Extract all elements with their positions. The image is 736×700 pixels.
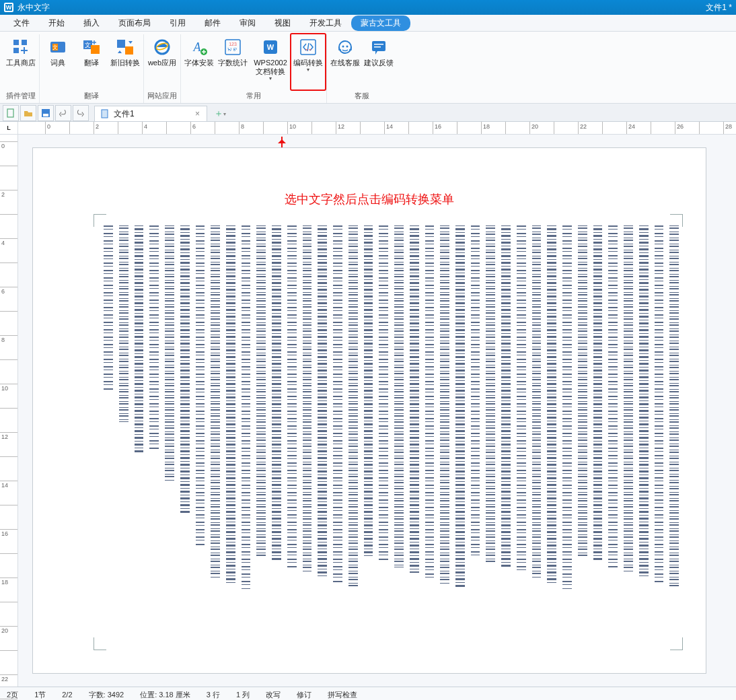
qat-new-button[interactable] <box>3 105 19 121</box>
qat-redo-button[interactable] <box>73 105 89 121</box>
tool-store-label: 工具商店 <box>6 59 36 67</box>
svg-text:ᠠᠪ: ᠠᠪ <box>227 47 239 53</box>
dict-label: 词典 <box>50 59 65 67</box>
wps-convert-label: WPS2002 文档转换 <box>254 59 287 76</box>
status-line[interactable]: 3 行 <box>207 690 220 700</box>
status-spell[interactable]: 拼写检查 <box>328 690 357 700</box>
menu-mongolian-tools[interactable]: 蒙古文工具 <box>351 15 410 31</box>
tool-store-button[interactable]: 工具商店 <box>4 34 38 90</box>
document-tab[interactable]: 文件1 × <box>94 106 207 121</box>
web-app-label: web应用 <box>148 59 176 67</box>
svg-rect-10 <box>125 46 133 55</box>
ruler-vertical[interactable]: 0246810121416182022242628303234 <box>0 135 18 687</box>
svg-rect-0 <box>13 40 19 45</box>
menu-view[interactable]: 视图 <box>265 15 300 31</box>
document-tab-label: 文件1 <box>114 108 135 120</box>
close-icon[interactable]: × <box>194 109 201 118</box>
ribbon-group-common-title: 常用 <box>182 90 325 103</box>
svg-text:文: 文 <box>52 44 58 50</box>
wps-icon: W <box>260 37 281 57</box>
font-install-icon: A <box>189 37 209 57</box>
svg-text:W: W <box>267 43 274 51</box>
ribbon-group-service-title: 客服 <box>328 90 396 103</box>
ribbon-group-common: A 字体安装 123ᠠᠪ 字数统计 W WPS2002 文档转换 ▾ 编码转换 … <box>181 34 327 103</box>
qat-undo-button[interactable] <box>55 105 71 121</box>
page-view[interactable]: 选中文字然后点击编码转换菜单 <box>18 135 736 687</box>
document-page: 选中文字然后点击编码转换菜单 <box>33 148 706 673</box>
headset-icon <box>335 37 355 57</box>
legacy-convert-button[interactable]: 新旧转换 <box>108 34 142 90</box>
svg-rect-29 <box>43 114 48 116</box>
title-bar: W 永中文字 文件1 * <box>0 0 736 15</box>
status-bar: 2页 1节 2/2 字数: 3492 位置: 3.18 厘米 3 行 1 列 改… <box>0 687 736 700</box>
wps-convert-button[interactable]: W WPS2002 文档转换 ▾ <box>250 34 291 90</box>
menu-file[interactable]: 文件 <box>4 15 39 31</box>
ie-icon <box>152 37 172 57</box>
qat-open-button[interactable] <box>20 105 36 121</box>
status-revision[interactable]: 修订 <box>297 690 311 700</box>
document-tabs: 文件1 × ＋▾ <box>0 104 736 122</box>
status-overwrite[interactable]: 改写 <box>266 690 281 700</box>
ribbon-group-plugin-title: 插件管理 <box>4 90 38 103</box>
menu-dev[interactable]: 开发工具 <box>300 15 351 31</box>
annotation-text: 选中文字然后点击编码转换菜单 <box>285 191 454 207</box>
svg-rect-2 <box>13 48 19 53</box>
ribbon-group-service: 在线客服 建议反馈 客服 <box>327 34 397 103</box>
ruler-corner: L <box>0 122 18 134</box>
chevron-down-icon: ▾ <box>269 75 272 81</box>
qat-save-button[interactable] <box>38 105 54 121</box>
menu-review[interactable]: 审阅 <box>230 15 265 31</box>
dict-button[interactable]: 文 词典 <box>41 34 75 90</box>
menu-mail[interactable]: 邮件 <box>195 15 230 31</box>
svg-rect-7 <box>91 45 100 54</box>
grid-plus-icon <box>11 37 31 57</box>
svg-rect-30 <box>102 110 108 118</box>
word-count-label: 字数统计 <box>218 59 248 67</box>
svg-point-22 <box>342 46 344 48</box>
status-column[interactable]: 1 列 <box>236 690 250 700</box>
svg-text:文: 文 <box>85 42 91 48</box>
menu-references[interactable]: 引用 <box>160 15 195 31</box>
encode-convert-button[interactable]: 编码转换 ▾ <box>291 34 325 90</box>
font-install-label: 字体安装 <box>184 59 214 67</box>
translate-label: 翻译 <box>84 59 99 67</box>
online-cs-button[interactable]: 在线客服 <box>328 34 362 90</box>
svg-rect-24 <box>372 41 385 51</box>
swap-icon <box>115 37 135 57</box>
feedback-button[interactable]: 建议反馈 <box>362 34 396 90</box>
ribbon-group-web: web应用 网站应用 <box>144 34 181 103</box>
ribbon-group-translate: 文 词典 文 翻译 新旧转换 翻译 <box>40 34 144 103</box>
new-tab-button[interactable]: ＋▾ <box>211 106 229 121</box>
svg-rect-1 <box>22 40 27 45</box>
doc-icon <box>100 109 110 118</box>
menu-page-layout[interactable]: 页面布局 <box>109 15 160 31</box>
svg-rect-27 <box>7 109 13 117</box>
ruler-horizontal[interactable]: L <box>0 122 736 135</box>
legacy-convert-label: 新旧转换 <box>110 59 140 67</box>
status-section[interactable]: 1节 <box>34 690 46 700</box>
status-page-of[interactable]: 2/2 <box>62 691 72 699</box>
svg-rect-25 <box>374 44 383 45</box>
web-app-button[interactable]: web应用 <box>145 34 179 90</box>
word-count-button[interactable]: 123ᠠᠪ 字数统计 <box>216 34 250 90</box>
ribbon-group-web-title: 网站应用 <box>145 90 179 103</box>
ribbon: 工具商店 插件管理 文 词典 文 翻译 新旧转换 翻译 web应 <box>0 32 736 104</box>
font-install-button[interactable]: A 字体安装 <box>182 34 216 90</box>
svg-point-23 <box>346 46 348 48</box>
translate-icon: 文 <box>81 37 102 57</box>
status-wordcount[interactable]: 字数: 3492 <box>89 690 124 700</box>
status-position[interactable]: 位置: 3.18 厘米 <box>140 690 190 700</box>
menu-insert[interactable]: 插入 <box>74 15 109 31</box>
online-cs-label: 在线客服 <box>330 59 360 67</box>
feedback-label: 建议反馈 <box>364 59 394 67</box>
doc-name: 文件1 * <box>706 2 732 13</box>
svg-rect-9 <box>117 40 125 48</box>
menu-home[interactable]: 开始 <box>39 15 74 31</box>
menu-bar: 文件 开始 插入 页面布局 引用 邮件 审阅 视图 开发工具 蒙古文工具 <box>0 15 736 32</box>
code-convert-icon <box>298 37 318 57</box>
chevron-down-icon: ▾ <box>307 67 309 73</box>
translate-button[interactable]: 文 翻译 <box>75 34 108 90</box>
ribbon-group-plugin: 工具商店 插件管理 <box>3 34 40 103</box>
mongolian-text-body[interactable] <box>104 225 679 646</box>
svg-text:A: A <box>193 40 202 54</box>
